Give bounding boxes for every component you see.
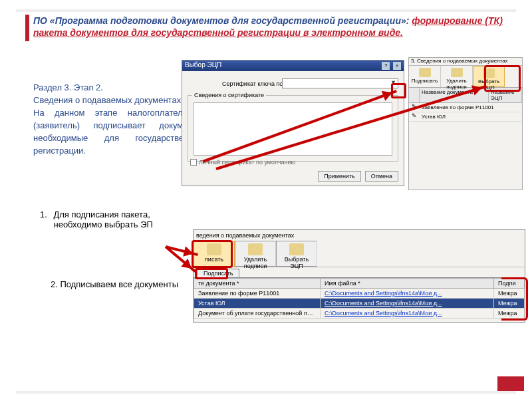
row-text: Устав ЮЛ [420, 112, 522, 121]
delete-icon [451, 68, 463, 77]
red-accent-tick [25, 15, 29, 41]
desc-l3: На данном этапе налогоплательщик (заявит… [33, 108, 203, 156]
wide-toolbar: писать Удалить подписи Выбрать ЭЦП [194, 241, 525, 267]
sign-lbl: Подписать [412, 78, 438, 84]
step-1-text: 1. Для подписания пакета, необходимо выб… [40, 209, 206, 229]
decorative-bottom-bar [16, 391, 516, 394]
row-text: Заявление по форме Р11001 [420, 103, 522, 112]
lbl: Выбрать ЭЦП [285, 256, 309, 269]
cell-doc: Документ об уплате государственной пошли… [194, 309, 321, 319]
delete-icon [248, 243, 263, 255]
close-icon[interactable]: × [393, 62, 401, 70]
cell-file[interactable]: C:\Documents and Settings\ifns14a\Мои д.… [321, 299, 494, 309]
documents-panel-wide: ведения о подаваемых документах писать У… [193, 229, 525, 323]
cell-file[interactable]: C:\Documents and Settings\ifns14a\Мои д.… [321, 309, 494, 319]
step-2-text: 2. Подписываем все документы [51, 279, 203, 289]
highlight-sign-tab [195, 268, 228, 279]
delete-sigs-button[interactable]: Удалить подписи [235, 241, 276, 267]
cell-doc: Заявление по форме Р11001 [194, 289, 321, 299]
group-label: Сведения о сертификате [192, 92, 266, 98]
desc-l1: Раздел 3. Этап 2. [33, 82, 103, 92]
step1-body: Для подписания пакета, необходимо выбрат… [53, 209, 193, 229]
help-icon[interactable]: ? [382, 62, 390, 70]
highlight-select-ecp [484, 65, 521, 92]
apply-button[interactable]: Применить [318, 171, 361, 182]
table-row[interactable]: Устав ЮЛC:\Documents and Settings\ifns14… [194, 299, 525, 309]
table-row[interactable]: Заявление по форме Р11001C:\Documents an… [194, 289, 525, 299]
sign-button[interactable]: Подписать [409, 66, 441, 87]
col-doc[interactable]: те документа * [194, 279, 321, 289]
select-ecp-icon [289, 243, 304, 255]
description-text: Раздел 3. Этап 2. Сведения о подаваемых … [33, 81, 203, 157]
table-row[interactable]: Документ об уплате государственной пошли… [194, 309, 525, 319]
desc-l2: Сведения о подаваемых документах. [33, 95, 184, 105]
checkbox-icon [190, 159, 197, 166]
col-file[interactable]: Имя файла * [321, 279, 494, 289]
title-line1: ПО «Программа подготовки документов для … [33, 15, 412, 26]
table-header-row: те документа * Имя файла * Подпи [194, 279, 525, 289]
dialog-titlebar[interactable]: Выбор ЭЦП ? × [182, 61, 404, 71]
cert-combobox[interactable] [282, 78, 398, 88]
table-row[interactable]: ✎Устав ЮЛ [409, 112, 522, 122]
cancel-button[interactable]: Отмена [365, 171, 398, 182]
cell-file[interactable]: C:\Documents and Settings\ifns14a\Мои д.… [321, 289, 494, 299]
select-ecp-button[interactable]: Выбрать ЭЦП [276, 241, 317, 267]
sign-icon [419, 68, 431, 77]
documents-table: те документа * Имя файла * Подпи Заявлен… [194, 278, 525, 319]
red-accent-box [497, 376, 524, 391]
cell-doc: Устав ЮЛ [194, 299, 321, 309]
dialog-title: Выбор ЭЦП [185, 61, 221, 70]
highlight-signature-column [501, 277, 528, 321]
window-controls: ? × [380, 61, 401, 70]
doc-icon: ✎ [409, 112, 420, 121]
lbl: Удалить подписи [244, 256, 267, 269]
slide-title: ПО «Программа подготовки документов для … [33, 15, 512, 39]
decorative-top-bar [16, 9, 516, 12]
step1-num: 1. [40, 209, 47, 219]
panel-caption: ведения о подаваемых документах [194, 230, 525, 241]
delete-sigs-button[interactable]: Удалить подписи [441, 66, 473, 87]
